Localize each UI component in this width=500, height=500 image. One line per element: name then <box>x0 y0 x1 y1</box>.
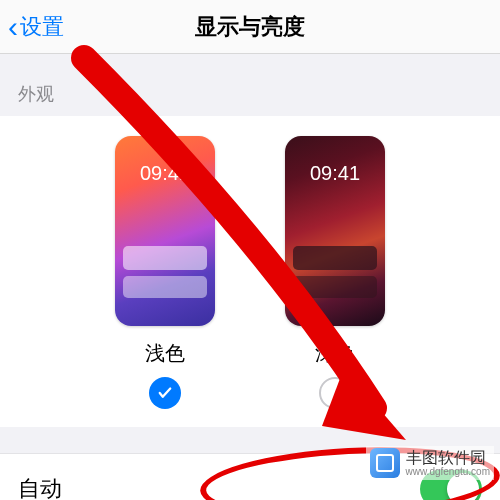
light-radio[interactable] <box>149 377 181 409</box>
section-header-appearance: 外观 <box>0 54 500 116</box>
page-title: 显示与亮度 <box>0 12 500 42</box>
watermark: 丰图软件园 www.dgfengtu.com <box>366 446 495 480</box>
back-button[interactable]: ‹ 设置 <box>0 12 64 42</box>
checkmark-icon <box>156 384 174 402</box>
appearance-panel: 09:41 浅色 09:41 深色 <box>0 116 500 427</box>
watermark-logo-icon <box>370 448 400 478</box>
appearance-option-light[interactable]: 09:41 浅色 <box>115 136 215 409</box>
preview-time: 09:41 <box>115 162 215 185</box>
preview-time: 09:41 <box>285 162 385 185</box>
appearance-option-dark[interactable]: 09:41 深色 <box>285 136 385 409</box>
chevron-left-icon: ‹ <box>8 12 18 42</box>
back-label: 设置 <box>20 12 64 42</box>
dark-label: 深色 <box>315 340 355 367</box>
auto-label: 自动 <box>18 474 62 500</box>
light-label: 浅色 <box>145 340 185 367</box>
light-preview-icon: 09:41 <box>115 136 215 326</box>
dark-preview-icon: 09:41 <box>285 136 385 326</box>
dark-radio[interactable] <box>319 377 351 409</box>
watermark-text: 丰图软件园 www.dgfengtu.com <box>406 449 491 478</box>
navbar: ‹ 设置 显示与亮度 <box>0 0 500 54</box>
